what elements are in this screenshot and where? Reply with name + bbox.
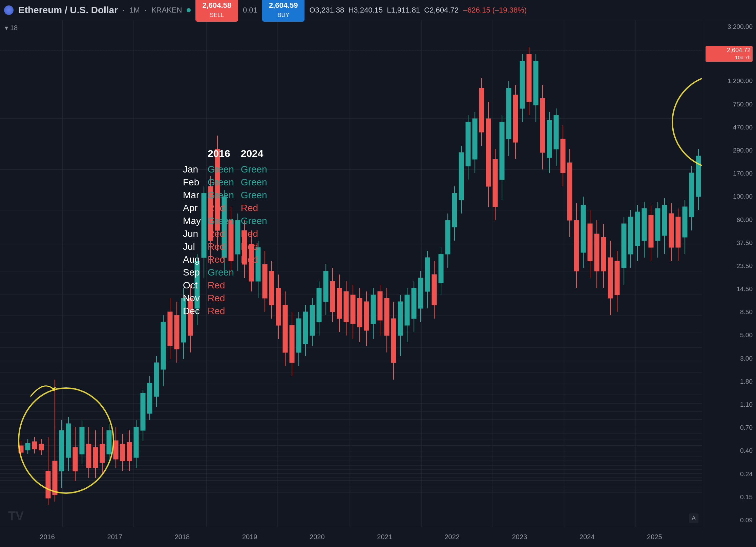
svg-rect-48 [32, 442, 37, 449]
svg-rect-152 [384, 298, 389, 336]
price-300: 3.00 [706, 355, 753, 362]
table-row: MarGreenGreen [183, 190, 267, 201]
table-row: AugRedRed [183, 254, 267, 265]
svg-rect-148 [371, 295, 376, 324]
price-110: 1.10 [706, 401, 753, 408]
table-row: JunRedRed [183, 228, 267, 239]
time-2020: 2020 [310, 533, 325, 541]
time-2023: 2023 [512, 533, 527, 541]
price-60: 60.00 [706, 216, 753, 224]
col2-cell: Red [241, 228, 267, 239]
table-row: MayGreenGreen [183, 216, 267, 226]
col1-cell: Green [208, 267, 234, 278]
candlestick-chart: .candle-bull { fill: #26a69a; stroke: #2… [0, 20, 702, 527]
month-cell: Dec [183, 306, 201, 317]
svg-rect-194 [527, 54, 531, 102]
svg-rect-56 [59, 430, 64, 471]
price-070: 0.70 [706, 424, 753, 431]
sell-price: 2,604.58 [202, 1, 231, 9]
svg-rect-196 [533, 61, 538, 105]
price-040: 0.40 [706, 447, 753, 454]
price-1450: 14.50 [706, 285, 753, 293]
table-row: AprRedRed [183, 203, 267, 214]
col1-cell: Green [208, 164, 234, 175]
svg-rect-146 [364, 302, 369, 330]
svg-rect-230 [649, 215, 653, 247]
svg-rect-66 [93, 447, 98, 468]
svg-rect-68 [100, 444, 105, 463]
month-col-header [183, 148, 201, 162]
svg-rect-234 [662, 205, 667, 236]
svg-rect-144 [357, 298, 362, 327]
svg-rect-192 [520, 61, 525, 108]
price-change: –626.15 (–19.38%) [463, 6, 527, 15]
svg-rect-164 [425, 258, 430, 291]
month-cell: Feb [183, 177, 201, 188]
month-cell: Apr [183, 203, 201, 214]
svg-rect-170 [445, 220, 450, 254]
svg-rect-154 [391, 319, 396, 363]
svg-rect-204 [561, 139, 565, 173]
col2-cell: Red [241, 241, 267, 252]
price-500: 5.00 [706, 331, 753, 339]
table-row: SepGreen [183, 267, 267, 278]
svg-rect-128 [303, 312, 308, 344]
svg-rect-186 [500, 122, 504, 180]
svg-rect-82 [147, 383, 152, 413]
svg-rect-86 [161, 322, 166, 369]
svg-rect-142 [351, 295, 355, 324]
svg-rect-46 [25, 443, 30, 450]
price-750: 750.00 [706, 101, 753, 108]
price-170: 170.00 [706, 170, 753, 177]
year-2016-header: 2016 [208, 148, 234, 162]
svg-rect-166 [432, 275, 437, 305]
svg-rect-80 [141, 393, 145, 430]
col2-cell [241, 267, 267, 278]
buy-button[interactable]: 2,604.59 BUY [262, 0, 305, 22]
svg-rect-132 [317, 288, 321, 322]
svg-rect-126 [296, 319, 301, 352]
price-axis: 3,200.00 2,604.7210d 7h 1,200.00 750.00 … [702, 20, 756, 527]
col2-cell [241, 293, 267, 304]
col2-cell: Green [241, 177, 267, 188]
scale-toggle[interactable]: A [689, 513, 698, 523]
chart-value: 18 [10, 24, 18, 32]
table-row: JulRedRed [183, 241, 267, 252]
table-row: DecRed [183, 306, 267, 317]
header-bar: Ethereum / U.S. Dollar · 1M · KRAKEN 2,6… [0, 0, 756, 20]
time-2017: 2017 [107, 533, 123, 541]
svg-rect-198 [540, 98, 545, 153]
sell-label: SELL [210, 12, 224, 18]
svg-rect-62 [80, 427, 84, 454]
annotation-overlay: 2016 2024 JanGreenGreenFebGreenGreenMarG… [176, 146, 274, 319]
tradingview-watermark: TV [8, 509, 24, 523]
table-row: NovRed [183, 293, 267, 304]
svg-rect-50 [39, 444, 44, 450]
buy-label: BUY [277, 12, 289, 18]
svg-rect-222 [622, 224, 626, 268]
chevron-icon: ▾ [5, 24, 8, 32]
price-290: 290.00 [706, 147, 753, 154]
svg-point-265 [672, 75, 702, 169]
month-cell: Oct [183, 280, 201, 291]
svg-rect-172 [452, 193, 457, 227]
month-cell: Nov [183, 293, 201, 304]
svg-rect-180 [479, 88, 484, 132]
svg-rect-156 [398, 302, 403, 336]
price-100: 100.00 [706, 193, 753, 200]
svg-rect-88 [168, 312, 172, 346]
symbol-title: Ethereum / U.S. Dollar [18, 5, 118, 16]
svg-rect-72 [113, 441, 118, 459]
price-024: 0.24 [706, 470, 753, 478]
col1-cell: Green [208, 216, 234, 226]
svg-rect-216 [601, 237, 606, 271]
col2-cell: Green [241, 164, 267, 175]
sell-button[interactable]: 2,604.58 SELL [195, 0, 238, 22]
interval-label: · [123, 6, 125, 15]
chart-info-bar: ▾ 18 [5, 24, 18, 32]
month-cell: Sep [183, 267, 201, 278]
svg-rect-150 [378, 291, 382, 320]
month-cell: Jun [183, 228, 201, 239]
svg-rect-206 [567, 163, 572, 220]
col1-cell: Green [208, 190, 234, 201]
